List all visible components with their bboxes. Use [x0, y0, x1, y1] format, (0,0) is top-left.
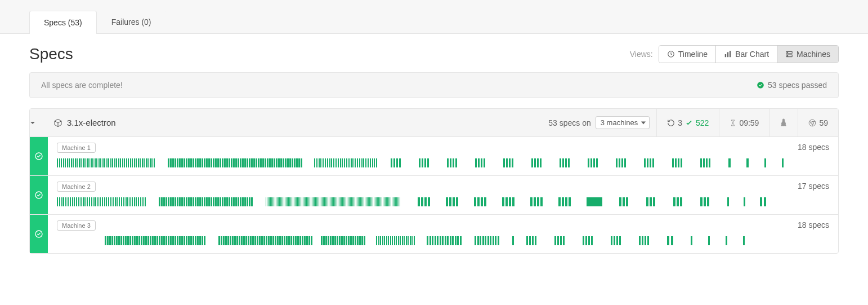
- svg-point-8: [757, 82, 764, 89]
- stat-passed-value: 522: [696, 118, 709, 127]
- hourglass-icon: [730, 119, 736, 127]
- machine-spec-count: 18 specs: [798, 220, 829, 229]
- retry-icon: [667, 119, 675, 127]
- machine-body: Machine 1 18 specs: [48, 137, 838, 175]
- machine-timeline[interactable]: [57, 197, 829, 206]
- check-circle-icon: [34, 152, 43, 161]
- linux-icon: [780, 118, 788, 127]
- group-name: 3.1x-electron: [48, 118, 116, 127]
- view-barchart-button[interactable]: Bar Chart: [716, 46, 777, 63]
- machine-status: [30, 176, 48, 214]
- view-timeline-button[interactable]: Timeline: [659, 46, 716, 63]
- machine-body: Machine 2 17 specs: [48, 176, 838, 214]
- stat-browser-value: 59: [819, 118, 828, 127]
- view-barchart-label: Bar Chart: [735, 50, 769, 59]
- svg-rect-2: [727, 52, 728, 58]
- machine-row: Machine 3 18 specs: [30, 215, 838, 253]
- svg-point-7: [788, 55, 788, 56]
- stat-os: [769, 109, 798, 136]
- specs-on-label: 53 specs on: [548, 118, 596, 127]
- group-header: 3.1x-electron 53 specs on 3 machines 3 5…: [30, 109, 838, 137]
- check-circle-icon: [757, 81, 764, 89]
- alert-message: All specs are complete!: [41, 81, 123, 90]
- check-icon: [685, 119, 693, 127]
- view-timeline-label: Timeline: [678, 50, 708, 59]
- caret-down-icon: [30, 120, 35, 126]
- view-button-group: Timeline Bar Chart Machines: [659, 45, 839, 63]
- content-area: Specs Views: Timeline Bar Chart Machines…: [0, 34, 868, 265]
- stat-duration-value: 09:59: [739, 118, 759, 127]
- bar-chart-icon: [724, 50, 732, 58]
- cube-icon: [53, 118, 62, 127]
- check-circle-icon: [34, 191, 43, 200]
- server-icon: [785, 50, 793, 58]
- tab-failures[interactable]: Failures (0): [97, 10, 166, 33]
- machine-badge: Machine 2: [57, 182, 96, 192]
- machine-status: [30, 137, 48, 175]
- machine-status: [30, 215, 48, 253]
- stat-browser: 59: [798, 109, 838, 136]
- top-tabs: Specs (53) Failures (0): [0, 0, 868, 34]
- check-circle-icon: [34, 229, 43, 238]
- machine-timeline[interactable]: [57, 158, 829, 167]
- view-machines-button[interactable]: Machines: [777, 46, 838, 63]
- svg-point-6: [788, 52, 788, 53]
- group-name-text: 3.1x-electron: [67, 118, 116, 127]
- machine-row: Machine 1 18 specs: [30, 137, 838, 176]
- machine-timeline[interactable]: [57, 236, 829, 245]
- alert-status-text: 53 specs passed: [768, 81, 827, 90]
- expand-toggle[interactable]: [30, 120, 48, 126]
- header-row: Specs Views: Timeline Bar Chart Machines: [29, 45, 839, 63]
- status-alert: All specs are complete! 53 specs passed: [29, 72, 839, 98]
- machine-spec-count: 18 specs: [798, 143, 829, 152]
- group-panel: 3.1x-electron 53 specs on 3 machines 3 5…: [29, 108, 839, 254]
- svg-rect-1: [725, 54, 726, 57]
- machine-badge: Machine 1: [57, 143, 96, 153]
- machine-badge: Machine 3: [57, 220, 96, 231]
- stat-runs-value: 3: [678, 118, 682, 127]
- machine-row: Machine 2 17 specs: [30, 176, 838, 215]
- machine-spec-count: 17 specs: [798, 182, 829, 191]
- views-label: Views:: [630, 50, 653, 59]
- alert-status: 53 specs passed: [757, 81, 827, 90]
- views-group: Views: Timeline Bar Chart Machines: [630, 45, 839, 63]
- machines-select[interactable]: 3 machines: [596, 116, 650, 129]
- tab-specs[interactable]: Specs (53): [29, 11, 97, 34]
- chrome-icon: [808, 119, 816, 127]
- machine-body: Machine 3 18 specs: [48, 215, 838, 253]
- svg-rect-3: [730, 51, 731, 57]
- stat-runs: 3 522: [656, 109, 719, 136]
- page-title: Specs: [29, 45, 73, 63]
- view-machines-label: Machines: [797, 50, 830, 59]
- clock-icon: [667, 50, 675, 58]
- stat-duration: 09:59: [719, 109, 769, 136]
